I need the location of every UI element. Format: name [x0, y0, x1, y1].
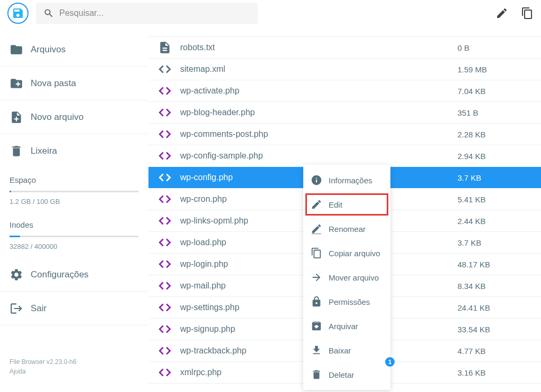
- sidebar-item-trash[interactable]: Lixeira: [0, 134, 148, 168]
- sidebar-item-label: Novo arquivo: [31, 112, 83, 123]
- menu-item-edit[interactable]: Edit: [303, 192, 390, 217]
- code-icon: [158, 366, 172, 379]
- menu-item-lock[interactable]: Permissões: [303, 290, 390, 314]
- sidebar-item-folder[interactable]: Arquivos: [0, 33, 148, 67]
- file-row[interactable]: wp-activate.php 7.04 KB: [148, 80, 541, 102]
- copy-icon[interactable]: [521, 7, 534, 20]
- move-icon: [311, 272, 322, 283]
- meter-bar: [10, 191, 138, 192]
- menu-item-label: Arquivar: [329, 322, 358, 331]
- meter-text: 1.2 GB / 100 GB: [10, 198, 138, 206]
- meter-label: Espaço: [10, 175, 138, 184]
- copy-icon: [311, 247, 322, 259]
- meter-inodes: Inodes 32882 / 400000: [0, 213, 148, 258]
- folder-icon: [10, 43, 23, 57]
- menu-item-label: Mover arquivo: [329, 273, 379, 282]
- menu-item-label: Renomear: [329, 225, 366, 234]
- file-name: wp-blog-header.php: [180, 108, 458, 117]
- file-name: wp-activate.php: [180, 86, 458, 96]
- sidebar-item-label: Configurações: [31, 269, 89, 280]
- edit-icon[interactable]: [496, 7, 508, 20]
- file-row[interactable]: wp-comments-post.php 2.28 KB: [148, 124, 541, 145]
- create-folder-icon: [10, 77, 23, 90]
- header: [0, 0, 541, 26]
- download-icon: [311, 344, 322, 356]
- sidebar-item-create-folder[interactable]: Nova pasta: [0, 67, 148, 100]
- menu-item-rename[interactable]: Renomear: [303, 217, 390, 241]
- menu-item-label: Edit: [329, 200, 342, 209]
- note-add-icon: [10, 110, 23, 124]
- search-input[interactable]: [59, 8, 250, 18]
- sidebar-footer: File Browser v2.23.0-h6 Ajuda: [10, 357, 77, 376]
- menu-item-info[interactable]: Informações: [303, 168, 390, 192]
- menu-item-label: Deletar: [329, 370, 354, 379]
- file-size: 7.04 KB: [458, 87, 531, 96]
- file-size: 24.41 KB: [458, 303, 531, 312]
- file-name: robots.txt: [180, 43, 458, 52]
- meter-espaço: Espaço 1.2 GB / 100 GB: [0, 168, 148, 213]
- file-row[interactable]: robots.txt 0 B: [148, 37, 541, 59]
- sidebar-item-logout[interactable]: Sair: [0, 292, 148, 325]
- trash-icon: [311, 369, 322, 380]
- menu-item-copy[interactable]: Copiar arquivo: [303, 241, 390, 265]
- meter-label: Inodes: [10, 220, 138, 229]
- lock-icon: [311, 296, 322, 307]
- menu-item-trash[interactable]: Deletar: [303, 362, 390, 387]
- version-text: File Browser v2.23.0-h6: [10, 357, 77, 367]
- file-size: 2.44 KB: [458, 217, 531, 226]
- sidebar-item-note-add[interactable]: Novo arquivo: [0, 100, 148, 134]
- file-row[interactable]: wp-blog-header.php 351 B: [148, 102, 541, 124]
- context-menu: Informações Edit Renomear Copiar arquivo…: [303, 165, 390, 390]
- file-name: sitemap.xml: [180, 64, 458, 74]
- info-icon: [311, 174, 322, 186]
- file-size: 3.7 KB: [458, 238, 531, 247]
- logout-icon: [10, 302, 23, 315]
- file-size: 2.28 KB: [458, 130, 531, 139]
- menu-item-archive[interactable]: Arquivar: [303, 314, 390, 338]
- file-size: 351 B: [458, 108, 531, 117]
- menu-item-download[interactable]: Baixar 1: [303, 338, 390, 362]
- sidebar-item-settings[interactable]: Configurações: [0, 258, 148, 292]
- help-link[interactable]: Ajuda: [10, 367, 77, 376]
- save-icon: [12, 7, 24, 20]
- meter-text: 32882 / 400000: [10, 242, 138, 250]
- archive-icon: [311, 320, 322, 332]
- menu-item-label: Copiar arquivo: [329, 249, 380, 258]
- sidebar-item-label: Arquivos: [31, 44, 66, 55]
- settings-icon: [10, 268, 23, 282]
- app-logo[interactable]: [7, 3, 29, 24]
- rename-icon: [311, 223, 322, 235]
- file-size: 3.16 KB: [458, 368, 531, 377]
- file-size: 8.34 KB: [458, 282, 531, 291]
- menu-item-label: Informações: [329, 176, 372, 185]
- partial-row: [148, 26, 541, 37]
- edit-icon: [311, 199, 322, 210]
- file-size: 33.54 KB: [458, 325, 531, 334]
- file-row[interactable]: wp-config-sample.php 2.94 KB: [148, 145, 541, 167]
- file-size: 1.59 MB: [458, 65, 531, 74]
- trash-icon: [10, 144, 23, 158]
- file-list: robots.txt 0 B sitemap.xml 1.59 MB wp-ac…: [148, 26, 541, 392]
- file-size: 5.41 KB: [458, 195, 531, 204]
- file-size: 0 B: [458, 43, 531, 52]
- sidebar-item-label: Sair: [31, 303, 46, 314]
- file-row[interactable]: sitemap.xml 1.59 MB: [148, 59, 541, 80]
- file-name: wp-config-sample.php: [180, 151, 458, 161]
- search-icon: [43, 7, 54, 19]
- sidebar-item-label: Nova pasta: [31, 78, 76, 89]
- file-name: wp-comments-post.php: [180, 129, 458, 139]
- file-size: 48.17 KB: [458, 260, 531, 269]
- menu-item-move[interactable]: Mover arquivo: [303, 265, 390, 290]
- sidebar-item-label: Lixeira: [31, 146, 57, 156]
- file-size: 2.94 KB: [458, 152, 531, 161]
- menu-item-label: Baixar: [329, 346, 351, 355]
- meter-bar: [10, 236, 138, 237]
- file-size: 4.77 KB: [458, 347, 531, 356]
- menu-item-label: Permissões: [329, 297, 370, 306]
- header-actions: [496, 7, 534, 20]
- file-size: 3.7 KB: [458, 173, 531, 182]
- search-box[interactable]: [36, 3, 258, 24]
- sidebar: Arquivos Nova pasta Novo arquivo Lixeira…: [0, 26, 148, 392]
